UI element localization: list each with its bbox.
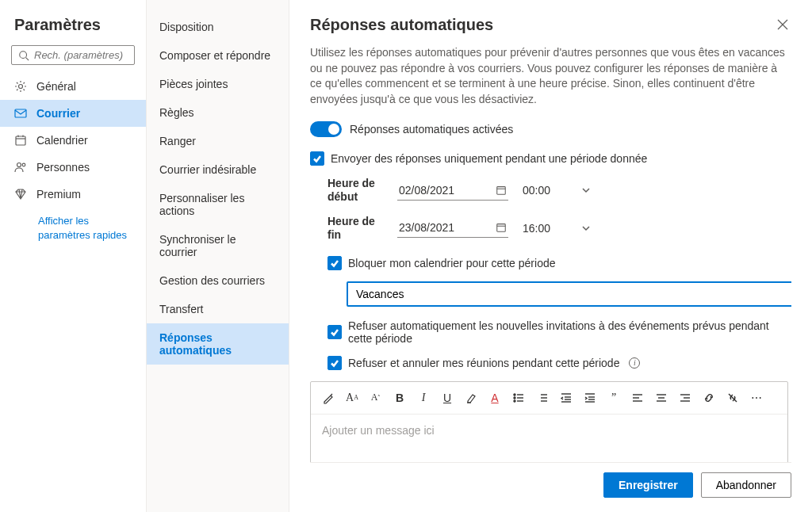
start-date-input[interactable]: 02/08/2021 [397, 181, 508, 201]
unlink-button[interactable] [723, 388, 742, 407]
align-center-icon [655, 392, 668, 404]
outdent-button[interactable] [557, 388, 576, 407]
cancel-button[interactable]: Abandonner [701, 472, 791, 498]
people-icon [14, 161, 27, 174]
editor-body[interactable]: Ajouter un message ici [311, 415, 787, 462]
align-right-icon [679, 392, 691, 404]
align-left-button[interactable] [628, 388, 647, 407]
cancel-meetings-checkbox[interactable] [327, 356, 342, 370]
link-button[interactable] [699, 388, 718, 407]
font-color-button[interactable]: A [485, 388, 504, 407]
autoreply-toggle[interactable] [310, 121, 342, 137]
font-size-up-button[interactable]: AA [343, 388, 362, 407]
nav-mail[interactable]: Courrier [0, 100, 146, 127]
close-button[interactable] [774, 16, 791, 36]
diamond-icon [14, 188, 27, 201]
start-label: Heure de début [327, 177, 385, 204]
svg-rect-4 [16, 136, 25, 145]
subnav-compose[interactable]: Composer et répondre [147, 41, 289, 70]
start-date-value: 02/08/2021 [399, 184, 454, 197]
highlight-icon [465, 392, 477, 404]
svg-rect-12 [497, 186, 506, 194]
paint-icon [322, 392, 335, 404]
svg-rect-14 [497, 224, 506, 232]
font-size-down-button[interactable]: A˄ [366, 388, 385, 407]
svg-point-8 [17, 163, 21, 167]
end-time-input[interactable]: 16:00 [521, 219, 592, 238]
nav-label: Calendrier [36, 134, 88, 147]
more-button[interactable]: ⋯ [747, 388, 766, 407]
description: Utilisez les réponses automatiques pour … [310, 45, 788, 107]
check-icon [330, 358, 339, 368]
svg-point-21 [514, 400, 515, 402]
period-label: Envoyer des réponses uniquement pendant … [331, 152, 647, 165]
align-center-button[interactable] [652, 388, 671, 407]
chevron-down-icon [581, 224, 591, 233]
editor-toolbar: AA A˄ B I U A ” ⋯ [311, 382, 787, 415]
end-label: Heure de fin [327, 215, 385, 242]
subnav-junk[interactable]: Courrier indésirable [147, 155, 289, 184]
calendar-icon [496, 222, 507, 233]
align-left-icon [631, 392, 644, 404]
gear-icon [14, 80, 27, 93]
info-icon[interactable]: i [629, 357, 640, 369]
numbers-icon [536, 392, 549, 404]
subnav-disposition[interactable]: Disposition [147, 13, 289, 41]
bullet-list-button[interactable] [509, 388, 528, 407]
save-button[interactable]: Enregistrer [603, 472, 693, 498]
nav-premium[interactable]: Premium [0, 181, 146, 208]
search-box[interactable] [11, 45, 135, 65]
svg-line-1 [26, 57, 29, 60]
settings-sidebar: Paramètres Général Courrier Calendrier P… [0, 0, 147, 512]
number-list-button[interactable] [533, 388, 552, 407]
nav-general[interactable]: Général [0, 73, 146, 100]
bold-button[interactable]: B [390, 388, 409, 407]
nav-label: Général [36, 80, 76, 93]
subnav-sync[interactable]: Synchroniser le courrier [147, 225, 289, 266]
block-calendar-label: Bloquer mon calendrier pour cette périod… [348, 257, 556, 269]
subnav: Disposition Composer et répondre Pièces … [147, 0, 289, 512]
subnav-customize[interactable]: Personnaliser les actions [147, 184, 289, 225]
subnav-rules[interactable]: Règles [147, 98, 289, 127]
subnav-autoreply[interactable]: Réponses automatiques [147, 323, 289, 365]
block-calendar-checkbox[interactable] [327, 256, 342, 270]
end-date-input[interactable]: 23/08/2021 [397, 218, 508, 238]
svg-point-0 [20, 51, 27, 58]
search-icon [18, 50, 29, 61]
nav-calendar[interactable]: Calendrier [0, 127, 146, 154]
align-right-button[interactable] [676, 388, 695, 407]
subnav-forward[interactable]: Transfert [147, 295, 289, 323]
nav-label: Personnes [36, 161, 90, 174]
search-input[interactable] [34, 49, 128, 61]
calendar-icon [496, 185, 507, 196]
decline-new-checkbox[interactable] [327, 325, 342, 339]
subnav-sweep[interactable]: Ranger [147, 127, 289, 155]
quote-button[interactable]: ” [604, 388, 623, 407]
svg-rect-3 [15, 109, 26, 117]
calendar-icon [14, 134, 27, 147]
bullets-icon [512, 392, 525, 404]
nav-people[interactable]: Personnes [0, 154, 146, 181]
indent-button[interactable] [580, 388, 599, 407]
chevron-down-icon [581, 185, 591, 195]
svg-point-9 [22, 163, 25, 166]
check-icon [330, 327, 339, 337]
nav-label: Courrier [36, 107, 80, 120]
calendar-subject-input[interactable] [347, 281, 791, 307]
subnav-attachments[interactable]: Pièces jointes [147, 70, 289, 98]
nav-label: Premium [36, 188, 81, 201]
settings-title: Paramètres [0, 16, 146, 45]
cancel-meetings-label: Refuser et annuler mes réunions pendant … [348, 357, 619, 369]
period-checkbox[interactable] [310, 151, 324, 166]
format-painter-button[interactable] [319, 388, 338, 407]
quick-settings-link[interactable]: Afficher les paramètres rapides [0, 208, 146, 242]
italic-button[interactable]: I [414, 388, 433, 407]
close-icon [777, 19, 788, 30]
subnav-manage[interactable]: Gestion des courriers [147, 266, 289, 295]
outdent-icon [560, 392, 573, 404]
underline-button[interactable]: U [438, 388, 457, 407]
highlight-button[interactable] [462, 388, 481, 407]
page-title: Réponses automatiques [310, 16, 493, 34]
start-time-input[interactable]: 00:00 [521, 181, 592, 200]
check-icon [312, 154, 322, 163]
